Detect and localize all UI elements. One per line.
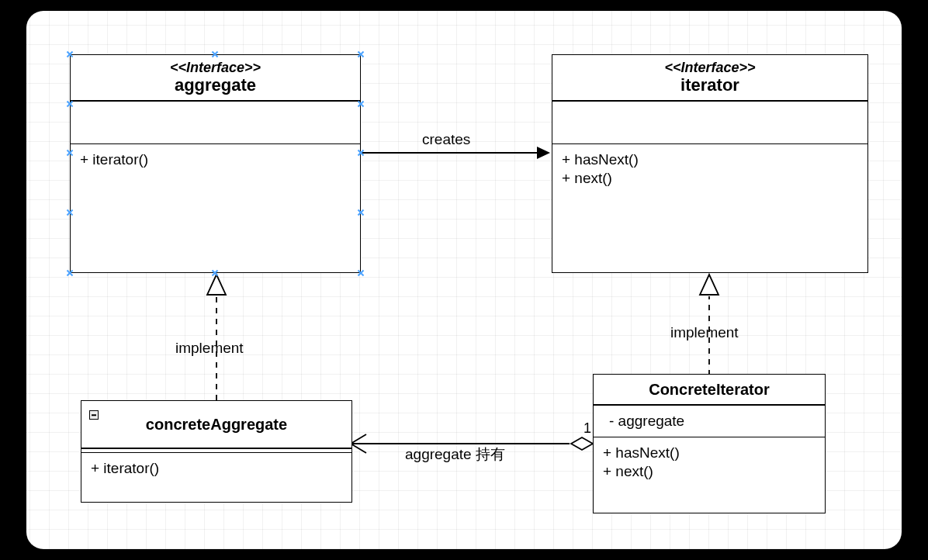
selection-handle[interactable] [357,269,365,277]
selection-handle[interactable] [66,149,74,157]
selection-handle[interactable] [211,50,219,58]
class-aggregate-ops: + iterator() [71,144,360,211]
class-concrete-aggregate-title: concreteAggregate [81,401,351,448]
class-iterator-attrs [552,102,867,143]
selection-handle[interactable] [357,50,365,58]
edge-label-creates[interactable]: creates [422,132,470,147]
selection-handle[interactable] [211,269,219,277]
class-aggregate-title: <<Interface>> aggregate [71,55,360,100]
stereotype-label: <<Interface>> [556,60,864,75]
class-name-label: concreteAggregate [85,406,348,443]
class-concrete-iterator[interactable]: ConcreteIterator - aggregate + hasNext()… [593,374,826,513]
class-iterator[interactable]: <<Interface>> iterator + hasNext() + nex… [552,54,868,273]
selection-handle[interactable] [357,149,365,157]
operation: + next() [603,462,815,481]
class-name-label: iterator [556,75,864,95]
separator [81,448,351,449]
class-aggregate[interactable]: <<Interface>> aggregate + iterator() [70,54,361,273]
class-iterator-ops: + hasNext() + next() [552,144,867,211]
edge-label-aggregate-holds[interactable]: aggregate 持有 [405,447,505,462]
class-iterator-title: <<Interface>> iterator [552,55,867,100]
attribute: - aggregate [609,412,815,430]
diagram-root: <<Interface>> aggregate + iterator() <<I… [0,0,928,560]
selection-handle[interactable] [357,100,365,108]
class-concrete-iterator-attrs: - aggregate [594,406,825,437]
operation: + iterator() [91,459,342,478]
edge-label-implement-right[interactable]: implement [670,325,739,340]
edge-multiplicity[interactable]: 1 [583,420,591,436]
selection-handle[interactable] [66,50,74,58]
arrowhead-diamond [571,437,593,450]
operation: + next() [562,169,858,188]
class-name-label: aggregate [74,75,357,95]
edge-label-implement-left[interactable]: implement [175,340,244,356]
arrowhead-creates [537,147,550,159]
class-concrete-iterator-title: ConcreteIterator [594,375,825,404]
canvas-panel[interactable]: <<Interface>> aggregate + iterator() <<I… [26,11,902,549]
class-name-label: ConcreteIterator [594,379,825,399]
selection-handle[interactable] [66,100,74,108]
class-concrete-aggregate[interactable]: concreteAggregate + iterator() [81,400,352,503]
selection-handle[interactable] [66,269,74,277]
class-aggregate-attrs [71,102,360,143]
operation: + hasNext() [603,444,815,462]
operation: + hasNext() [562,150,858,169]
collapse-icon[interactable] [89,410,99,420]
operation: + iterator() [80,150,351,169]
class-concrete-iterator-ops: + hasNext() + next() [594,437,825,487]
selection-handle[interactable] [357,209,365,216]
selection-handle[interactable] [66,209,74,216]
stereotype-label: <<Interface>> [74,60,357,75]
class-concrete-aggregate-ops: + iterator() [81,453,351,484]
arrowhead-implement-right [700,275,719,295]
arrowhead-implement-left [207,275,226,295]
